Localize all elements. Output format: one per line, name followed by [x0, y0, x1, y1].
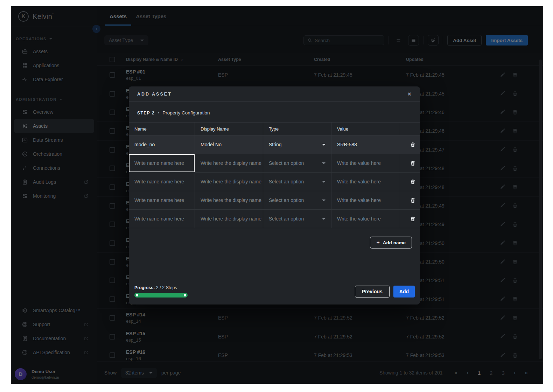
type-cell: Select an option [263, 210, 331, 228]
property-display-name-input[interactable] [201, 197, 263, 203]
property-table: Name Display Name Type Value StringSelec… [129, 122, 420, 228]
progress-start-dot [136, 294, 138, 296]
property-row: String [129, 135, 420, 154]
chevron-down-icon [322, 200, 326, 201]
property-value-input[interactable] [337, 160, 400, 166]
value-cell [331, 191, 400, 209]
property-value-input[interactable] [337, 216, 400, 222]
app-window: K Kelvin° OPERATIONSAssetsApplicationsDa… [11, 6, 543, 384]
property-row: Select an option [129, 191, 420, 210]
delete-property-button[interactable] [410, 142, 416, 148]
property-display-name-input[interactable] [201, 216, 263, 222]
property-type-select[interactable]: Select an option [269, 216, 331, 222]
name-cell [129, 191, 195, 209]
chevron-down-icon [322, 144, 326, 146]
property-value-input[interactable] [337, 197, 400, 203]
property-type-select[interactable]: Select an option [269, 197, 331, 203]
step-number: STEP 2 [137, 111, 155, 115]
modal-title: ADD ASSET [137, 92, 172, 97]
value-cell [331, 210, 400, 228]
trash-cell [400, 210, 420, 228]
property-type-select[interactable]: Select an option [269, 179, 331, 184]
property-row: Select an option [129, 154, 420, 173]
step-name: Property Configuration [162, 110, 210, 115]
delete-property-button[interactable] [410, 179, 416, 185]
modal-header: ADD ASSET ✕ [129, 86, 420, 102]
delete-property-button[interactable] [410, 160, 416, 166]
property-display-name-input[interactable] [201, 160, 263, 166]
plus-icon: + [376, 239, 379, 246]
col-display-name: Display Name [195, 122, 263, 135]
property-value-input[interactable] [337, 179, 400, 184]
progress-section: Progress: 2 / 2 Steps [134, 285, 188, 298]
chevron-down-icon [322, 218, 326, 220]
delete-property-button[interactable] [410, 197, 416, 203]
value-cell [331, 135, 400, 154]
col-name: Name [129, 122, 195, 135]
property-display-name-input[interactable] [201, 142, 263, 147]
property-type-select[interactable]: String [269, 142, 331, 147]
property-display-name-input[interactable] [201, 179, 263, 184]
display-name-cell [195, 154, 263, 172]
add-asset-modal: ADD ASSET ✕ STEP 2 • Property Configurat… [129, 86, 420, 304]
delete-property-button[interactable] [410, 216, 416, 222]
name-cell [129, 210, 195, 228]
progress-value: 2 / 2 Steps [156, 285, 177, 290]
property-name-input[interactable] [134, 179, 195, 184]
chevron-down-icon [322, 162, 326, 164]
name-cell [129, 154, 195, 172]
name-cell [129, 135, 195, 154]
trash-cell [400, 135, 420, 154]
value-cell [331, 154, 400, 172]
type-cell: String [263, 135, 331, 154]
screenshot-canvas: K Kelvin° OPERATIONSAssetsApplicationsDa… [0, 0, 553, 392]
modal-bottom: + Add name Progress: 2 / 2 Steps Previou… [129, 228, 420, 304]
trash-cell [400, 173, 420, 191]
col-value: Value [331, 122, 400, 135]
progress-bar [134, 293, 188, 298]
property-name-input[interactable] [134, 197, 195, 203]
property-name-input[interactable] [134, 216, 195, 222]
property-row: Select an option [129, 210, 420, 228]
name-cell [129, 173, 195, 191]
type-cell: Select an option [263, 173, 331, 191]
display-name-cell [195, 173, 263, 191]
trash-cell [400, 154, 420, 172]
trash-cell [400, 191, 420, 209]
value-cell [331, 173, 400, 191]
display-name-cell [195, 191, 263, 209]
add-button[interactable]: Add [393, 286, 415, 298]
property-table-header: Name Display Name Type Value [129, 122, 420, 135]
property-value-input[interactable] [337, 142, 400, 147]
property-name-input[interactable] [134, 160, 195, 166]
display-name-cell [195, 210, 263, 228]
property-row: Select an option [129, 173, 420, 191]
step-indicator: STEP 2 • Property Configuration [129, 102, 420, 122]
close-icon[interactable]: ✕ [407, 91, 412, 97]
col-type: Type [263, 122, 331, 135]
property-type-select[interactable]: Select an option [269, 160, 331, 166]
property-name-input[interactable] [134, 142, 195, 147]
progress-label: Progress: [134, 285, 155, 290]
chevron-down-icon [322, 181, 326, 183]
display-name-cell [195, 135, 263, 154]
type-cell: Select an option [263, 154, 331, 172]
add-name-button[interactable]: + Add name [370, 237, 412, 248]
step-bullet: • [158, 111, 159, 115]
type-cell: Select an option [263, 191, 331, 209]
progress-end-dot [184, 294, 186, 296]
previous-button[interactable]: Previous [355, 286, 390, 298]
